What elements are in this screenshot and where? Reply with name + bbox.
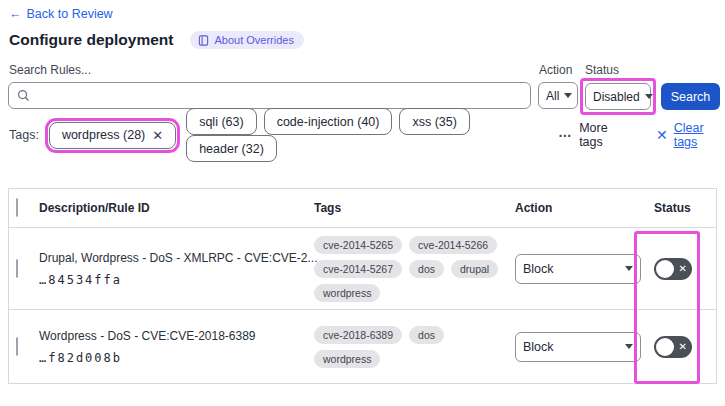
- rule-tag-chip: cve-2018-6389: [314, 326, 402, 344]
- status-toggle[interactable]: ✕: [654, 258, 692, 280]
- toggle-off-icon: ✕: [679, 264, 687, 274]
- chevron-down-icon: [625, 266, 633, 271]
- filter-chip[interactable]: header (32): [186, 135, 277, 162]
- status-dropdown[interactable]: Disabled: [585, 83, 651, 110]
- clear-tags-x-icon: ✕: [656, 127, 668, 143]
- filter-chip[interactable]: code-injection (40): [264, 108, 393, 135]
- about-overrides-label: About Overrides: [214, 34, 293, 46]
- clear-tags-label: Clear tags: [674, 121, 725, 149]
- rule-tag-chip: dos: [409, 260, 444, 278]
- rule-id: …84534ffa: [39, 273, 306, 287]
- search-button[interactable]: Search: [661, 83, 720, 110]
- about-overrides-badge[interactable]: About Overrides: [190, 31, 303, 49]
- column-header-status: Status: [646, 201, 716, 215]
- rule-tag-chip: cve-2014-5267: [314, 260, 402, 278]
- tags-bar: Tags: wordpress (28) ✕ sqli (63)code-inj…: [9, 119, 725, 151]
- title-row: Configure deployment About Overrides: [9, 31, 304, 49]
- book-icon: [198, 35, 209, 46]
- status-label: Status: [585, 63, 619, 77]
- table-row: Wordpress - DoS - CVE:CVE-2018-6389 …f82…: [9, 310, 716, 383]
- search-rules-input[interactable]: [36, 89, 522, 103]
- status-toggle[interactable]: ✕: [654, 336, 692, 358]
- table-header-row: Description/Rule ID Tags Action Status: [9, 189, 716, 228]
- more-tags-button[interactable]: ⋯ More tags: [558, 121, 629, 149]
- table-row: Drupal, Wordpress - DoS - XMLRPC - CVE:C…: [9, 228, 716, 310]
- rule-tag-chip: cve-2014-5266: [409, 236, 497, 254]
- filter-chip-wordpress[interactable]: wordpress (28) ✕: [49, 122, 176, 149]
- clear-tags-button[interactable]: ✕ Clear tags: [656, 121, 725, 149]
- search-rules-input-wrap: [8, 82, 531, 109]
- back-link[interactable]: ← Back to Review: [9, 7, 113, 21]
- rules-table: Description/Rule ID Tags Action Status D…: [8, 188, 717, 384]
- action-label: Action: [539, 63, 572, 77]
- rule-description: Drupal, Wordpress - DoS - XMLRPC - CVE:C…: [39, 251, 306, 265]
- search-icon: [17, 89, 30, 102]
- action-select[interactable]: Block: [515, 254, 641, 284]
- filter-chip[interactable]: xss (35): [399, 108, 469, 135]
- rule-id: …f82d008b: [39, 351, 306, 365]
- rule-description: Wordpress - DoS - CVE:CVE-2018-6389: [39, 329, 306, 343]
- rule-tag-chip: wordpress: [314, 350, 380, 368]
- selected-tag-highlight: wordpress (28) ✕: [45, 118, 180, 153]
- toggle-knob: [656, 338, 674, 356]
- rule-tag-chip: dos: [409, 326, 444, 344]
- column-header-action: Action: [506, 201, 646, 215]
- select-all-checkbox[interactable]: [16, 198, 18, 217]
- page-title: Configure deployment: [9, 31, 173, 49]
- rule-tag-list: cve-2014-5265cve-2014-5266cve-2014-5267d…: [314, 236, 506, 302]
- status-dropdown-highlight: Disabled: [580, 78, 656, 115]
- search-rules-label: Search Rules...: [9, 63, 91, 77]
- rule-tag-chip: drupal: [451, 260, 498, 278]
- filter-chip-list: sqli (63)code-injection (40)xss (35)head…: [186, 108, 545, 162]
- action-dropdown[interactable]: All: [538, 82, 578, 109]
- rule-tag-chip: wordpress: [314, 284, 380, 302]
- status-dropdown-value: Disabled: [593, 90, 640, 104]
- rule-tag-chip: cve-2014-5265: [314, 236, 402, 254]
- chevron-down-icon: [645, 94, 653, 99]
- toggle-off-icon: ✕: [679, 342, 687, 352]
- column-header-tags: Tags: [306, 201, 506, 215]
- chevron-down-icon: [564, 93, 572, 98]
- row-checkbox[interactable]: [16, 259, 18, 278]
- tags-label: Tags:: [9, 128, 39, 142]
- action-select-value: Block: [523, 262, 554, 276]
- action-select-value: Block: [523, 340, 554, 354]
- back-arrow-icon: ←: [9, 7, 22, 21]
- remove-tag-icon[interactable]: ✕: [152, 128, 163, 143]
- action-dropdown-value: All: [546, 89, 559, 103]
- column-header-description: Description/Rule ID: [37, 201, 306, 215]
- back-link-label: Back to Review: [27, 7, 113, 21]
- action-select[interactable]: Block: [515, 332, 641, 362]
- toggle-knob: [656, 260, 674, 278]
- more-tags-label: More tags: [579, 121, 629, 149]
- filter-chip[interactable]: sqli (63): [186, 108, 256, 135]
- ellipsis-icon: ⋯: [558, 128, 572, 143]
- chevron-down-icon: [625, 344, 633, 349]
- selected-tag-label: wordpress (28): [62, 128, 145, 142]
- rule-tag-list: cve-2018-6389doswordpress: [314, 326, 506, 368]
- row-checkbox[interactable]: [16, 337, 18, 356]
